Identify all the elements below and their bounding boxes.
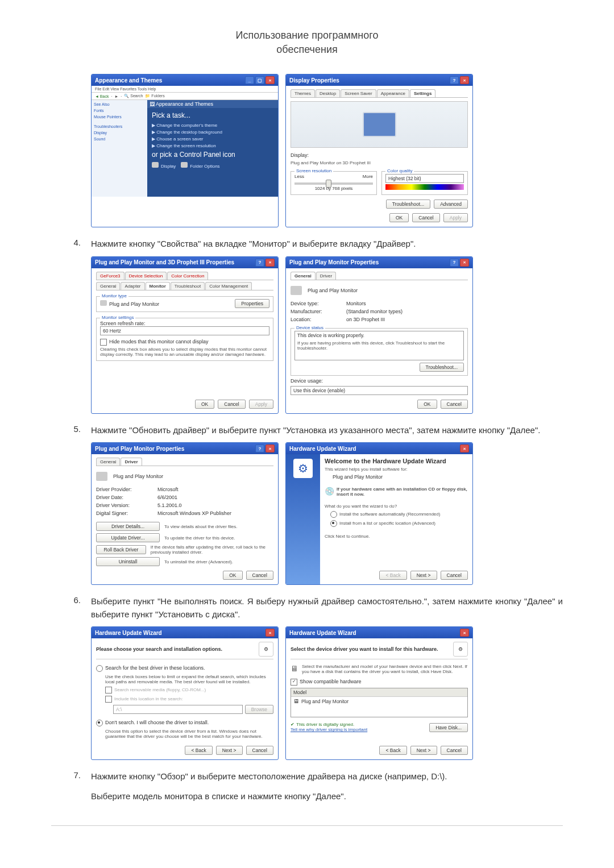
tab-driver[interactable]: Driver xyxy=(121,458,142,466)
refresh-rate-select[interactable]: 60 Hertz xyxy=(100,326,269,335)
next-button[interactable]: Next > xyxy=(410,746,437,755)
minimize-button[interactable]: _ xyxy=(245,76,254,84)
radio-specific[interactable] xyxy=(330,520,337,527)
back-button[interactable]: < Back xyxy=(185,746,212,755)
location-value: on 3D Prophet III xyxy=(346,317,385,322)
show-compatible-checkbox[interactable] xyxy=(291,679,297,686)
ok-button[interactable]: OK xyxy=(195,400,214,409)
tab-monitor[interactable]: Monitor xyxy=(146,282,170,290)
doc-title: Использование программного обеспечения xyxy=(51,28,563,57)
step-number: 6. xyxy=(51,595,91,605)
browse-button[interactable]: Browse xyxy=(245,705,273,714)
close-button[interactable]: × xyxy=(460,445,469,452)
close-button[interactable]: × xyxy=(460,259,469,267)
sidebar-link[interactable]: Fonts xyxy=(94,109,145,113)
cancel-button[interactable]: Cancel xyxy=(441,571,468,580)
sidebar-link[interactable]: Display xyxy=(94,131,145,135)
device-usage-select[interactable]: Use this device (enable) xyxy=(291,386,468,395)
ok-button[interactable]: OK xyxy=(389,213,409,222)
close-button[interactable]: × xyxy=(460,76,469,84)
tab-settings[interactable]: Settings xyxy=(410,89,436,97)
folders-icon[interactable]: 📁 Folders xyxy=(145,94,164,98)
troubleshoot-button[interactable]: Troubleshoot... xyxy=(420,363,464,372)
task-link[interactable]: ▶ Change the screen resolution xyxy=(152,143,273,148)
step-text-2: Выберите модель монитора в списке и нажм… xyxy=(91,790,563,803)
resolution-slider[interactable] xyxy=(294,182,373,185)
update-driver-button[interactable]: Update Driver... xyxy=(96,533,160,542)
hide-modes-checkbox[interactable] xyxy=(100,339,107,346)
sidebar-link[interactable]: Mouse Pointers xyxy=(94,115,145,119)
tab-color-correction[interactable]: Color Correction xyxy=(167,272,208,280)
cancel-button[interactable]: Cancel xyxy=(218,400,245,409)
tab-geforce3[interactable]: GeForce3 xyxy=(96,272,125,280)
apply-button[interactable]: Apply xyxy=(249,400,273,409)
task-link[interactable]: ▶ Change the computer's theme xyxy=(152,123,273,128)
cancel-button[interactable]: Cancel xyxy=(441,400,468,409)
model-row[interactable]: 🖥 Plug and Play Monitor xyxy=(291,697,467,705)
slider-thumb[interactable] xyxy=(326,180,331,188)
cp-icon-link[interactable]: Display Folder Options xyxy=(152,162,273,169)
properties-button[interactable]: Properties xyxy=(235,299,269,308)
troubleshoot-button[interactable]: Troubleshoot... xyxy=(386,200,430,209)
gear-icon: ⚙ xyxy=(293,459,313,478)
cancel-button[interactable]: Cancel xyxy=(246,571,273,580)
advanced-button[interactable]: Advanced xyxy=(434,200,468,209)
radio-auto[interactable] xyxy=(330,511,337,518)
check-include-location[interactable] xyxy=(105,696,112,703)
fwd-icon[interactable]: ► xyxy=(114,94,118,98)
tab-adapter[interactable]: Adapter xyxy=(121,282,144,290)
help-button[interactable]: ? xyxy=(255,445,264,452)
check-removable[interactable] xyxy=(105,687,112,693)
tab-appearance[interactable]: Appearance xyxy=(377,89,409,97)
signed-label: This driver is digitally signed. xyxy=(296,722,354,727)
ok-button[interactable]: OK xyxy=(417,400,437,409)
close-button[interactable]: × xyxy=(265,445,275,452)
ok-button[interactable]: OK xyxy=(223,571,242,580)
back-button[interactable]: < Back xyxy=(379,571,406,580)
back-icon[interactable]: ◄ Back xyxy=(95,94,109,98)
tab-color-management[interactable]: Color Management xyxy=(205,282,252,290)
rollback-driver-button[interactable]: Roll Back Driver xyxy=(96,545,146,554)
help-button[interactable]: ? xyxy=(255,259,264,267)
pick-icon-label: or pick a Control Panel icon xyxy=(152,151,273,159)
task-link[interactable]: ▶ Choose a screen saver xyxy=(152,136,273,142)
help-button[interactable]: ? xyxy=(450,259,459,267)
cancel-button[interactable]: Cancel xyxy=(246,746,273,755)
sidebar-link[interactable]: Sound xyxy=(94,137,145,141)
tab-general[interactable]: General xyxy=(96,282,120,290)
close-button[interactable]: × xyxy=(265,259,275,267)
close-button[interactable]: × xyxy=(460,629,469,637)
path-input[interactable]: A:\ xyxy=(113,705,243,714)
model-list[interactable]: Model 🖥 Plug and Play Monitor xyxy=(291,688,468,717)
monitor-settings-group: Monitor settings Screen refresh rate: 60… xyxy=(96,318,273,361)
tab-themes[interactable]: Themes xyxy=(291,89,315,97)
driver-details-button[interactable]: Driver Details... xyxy=(96,522,160,531)
next-button[interactable]: Next > xyxy=(410,571,437,580)
radio-search[interactable] xyxy=(96,665,103,672)
tab-troubleshoot[interactable]: Troubleshoot xyxy=(171,282,205,290)
maximize-button[interactable]: ▢ xyxy=(255,76,264,84)
close-button[interactable]: × xyxy=(265,629,275,637)
task-link[interactable]: ▶ Change the desktop background xyxy=(152,130,273,135)
tab-desktop[interactable]: Desktop xyxy=(316,89,340,97)
tab-general[interactable]: General xyxy=(291,272,316,280)
search-icon[interactable]: 🔍 Search xyxy=(124,94,143,98)
cancel-button[interactable]: Cancel xyxy=(441,746,468,755)
uninstall-button[interactable]: Uninstall xyxy=(96,557,160,566)
cancel-button[interactable]: Cancel xyxy=(412,213,439,222)
color-quality-select[interactable]: Highest (32 bit) xyxy=(385,174,464,183)
radio-dont-search[interactable] xyxy=(96,720,103,726)
back-button[interactable]: < Back xyxy=(379,746,406,755)
tab-device-selection[interactable]: Device Selection xyxy=(125,272,167,280)
help-button[interactable]: ? xyxy=(450,76,459,84)
tab-general[interactable]: General xyxy=(96,458,120,466)
digital-signer-label: Digital Signer: xyxy=(96,510,153,516)
next-button[interactable]: Next > xyxy=(216,746,243,755)
tab-screensaver[interactable]: Screen Saver xyxy=(341,89,376,97)
tab-driver[interactable]: Driver xyxy=(316,272,336,280)
hide-modes-label: Hide modes that this monitor cannot disp… xyxy=(109,339,209,344)
have-disk-button[interactable]: Have Disk... xyxy=(429,723,468,732)
signing-link[interactable]: Tell me why driver signing is important xyxy=(291,727,367,732)
close-button[interactable]: × xyxy=(265,76,275,84)
apply-button[interactable]: Apply xyxy=(443,213,468,222)
